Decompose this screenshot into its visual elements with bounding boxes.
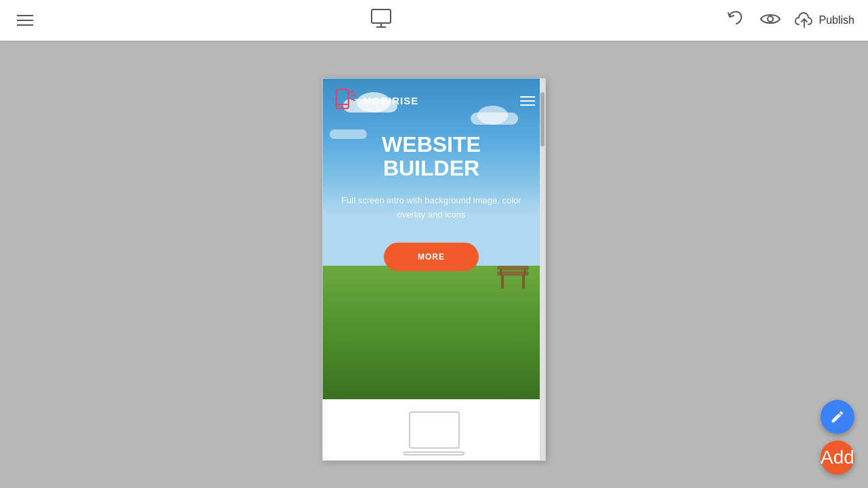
preview-logo-text: MOBIRISE	[363, 95, 418, 106]
device-scrollbar[interactable]	[540, 79, 545, 460]
publish-button[interactable]: Publish	[795, 11, 854, 30]
svg-rect-13	[501, 275, 504, 289]
toolbar-left	[14, 12, 37, 29]
preview-navbar: MOBIRISE	[323, 79, 545, 123]
hero-text-block: WEBSITE BUILDER Full screen intro with b…	[323, 133, 540, 271]
laptop-base	[403, 451, 465, 455]
eye-icon[interactable]	[760, 8, 781, 33]
laptop-outline	[409, 411, 460, 449]
toolbar-right: Publish	[726, 8, 854, 33]
svg-rect-0	[372, 9, 391, 23]
preview-bottom-section	[323, 399, 545, 460]
svg-point-3	[768, 16, 773, 22]
fab-container: Add	[821, 400, 854, 474]
hero-subtitle: Full screen intro with background image,…	[336, 194, 526, 222]
pencil-icon	[830, 409, 845, 424]
mobirise-logo-icon	[333, 87, 359, 115]
canvas-area: MOBIRISE WEBSITE BUILDER Full screen int…	[0, 41, 868, 488]
hero-section: MOBIRISE WEBSITE BUILDER Full screen int…	[323, 79, 545, 401]
laptop-outline-container	[409, 411, 460, 449]
preview-logo: MOBIRISE	[333, 87, 418, 115]
plus-icon: Add	[821, 448, 854, 467]
fab-edit-button[interactable]	[821, 400, 854, 434]
scrollbar-thumb	[540, 92, 545, 146]
svg-rect-5	[336, 89, 349, 108]
svg-point-7	[342, 106, 344, 108]
undo-icon[interactable]	[726, 9, 746, 32]
publish-label: Publish	[819, 14, 854, 26]
hamburger-menu-button[interactable]	[14, 12, 37, 29]
preview-hamburger-icon	[520, 96, 535, 106]
hero-title: WEBSITE BUILDER	[336, 133, 526, 180]
svg-line-8	[351, 90, 354, 92]
monitor-icon[interactable]	[369, 7, 393, 34]
device-frame: MOBIRISE WEBSITE BUILDER Full screen int…	[322, 78, 546, 461]
cloud-upload-icon	[795, 11, 814, 30]
fab-add-button[interactable]: Add	[821, 441, 854, 474]
svg-rect-11	[498, 272, 528, 275]
toolbar: Publish	[0, 0, 868, 41]
preview-content: MOBIRISE WEBSITE BUILDER Full screen int…	[323, 79, 545, 460]
svg-line-10	[351, 99, 355, 100]
toolbar-center	[369, 7, 393, 34]
svg-line-9	[352, 95, 355, 96]
hero-cta-button[interactable]: MORE	[384, 243, 479, 271]
svg-rect-14	[522, 275, 525, 289]
